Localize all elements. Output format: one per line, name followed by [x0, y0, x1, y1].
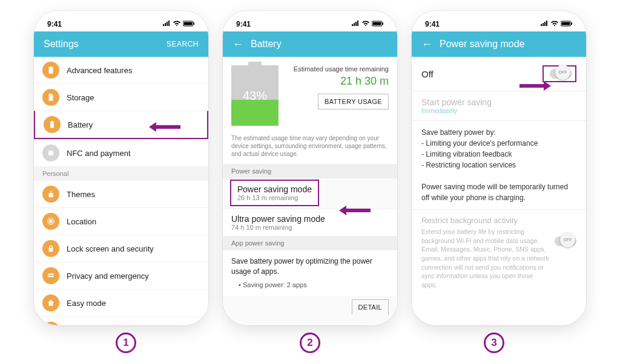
step-badges: 1 2 3 [0, 333, 620, 353]
save-header: Save battery power by: [421, 127, 576, 138]
back-button[interactable]: ← [232, 38, 243, 51]
off-label: Off [421, 69, 542, 79]
phone-settings: 9:41 Settings SEARCH Advanced features S… [34, 11, 208, 325]
svg-rect-2 [194, 22, 195, 25]
step-1-badge: 1 [116, 333, 136, 353]
row-label: Location [67, 217, 96, 226]
status-right [540, 20, 573, 28]
lock-icon [42, 240, 59, 257]
bullet-location: - Restricting location services [421, 160, 576, 171]
svg-rect-11 [383, 22, 384, 25]
section-app-power: App power saving [223, 236, 397, 250]
themes-icon [42, 186, 59, 203]
mode-subtitle: 74 h 10 m remaining [231, 224, 389, 231]
row-label: Lock screen and security [67, 244, 154, 253]
advanced-icon [42, 62, 59, 79]
back-button[interactable]: ← [421, 38, 432, 51]
app-bar: ← Power saving mode [412, 31, 586, 57]
signal-icon [351, 20, 360, 28]
restrict-background-item[interactable]: Restrict background activity Extend your… [412, 210, 586, 296]
svg-rect-10 [373, 22, 381, 25]
settings-item-accounts[interactable]: Accounts [34, 316, 208, 325]
svg-point-5 [49, 219, 53, 223]
row-label: Storage [67, 93, 94, 102]
battery-graphic: 43% [231, 65, 279, 126]
battery-summary: 43% Estimated usage time remaining 21 h … [223, 57, 397, 134]
psm-master-toggle-row: Off [412, 57, 586, 91]
signal-icon [162, 20, 171, 28]
battery-icon [561, 20, 573, 28]
battery-note: The estimated usage time may vary depend… [223, 134, 397, 164]
app-bar: ← Battery [223, 31, 397, 57]
search-button[interactable]: SEARCH [167, 40, 199, 48]
battery-content: 43% Estimated usage time remaining 21 h … [223, 57, 397, 325]
step-3-badge: 3 [484, 333, 504, 353]
status-time: 9:41 [236, 20, 251, 28]
settings-list: Advanced features Storage Battery NFC an… [34, 57, 208, 325]
status-time: 9:41 [47, 20, 62, 28]
phone-row: 9:41 Settings SEARCH Advanced features S… [0, 0, 620, 325]
master-toggle[interactable] [550, 69, 572, 79]
notch [81, 11, 161, 27]
mode-title: Ultra power saving mode [231, 214, 389, 224]
restrict-desc: Extend your battery life by restricting … [421, 227, 550, 290]
bullet-vibration: - Limiting vibration feedback [421, 149, 576, 160]
svg-rect-4 [48, 151, 53, 155]
power-saving-mode-item[interactable]: Power saving mode 26 h 13 m remaining [230, 180, 319, 206]
row-label: Battery [68, 120, 93, 129]
signal-icon [540, 20, 549, 28]
row-label: Advanced features [67, 66, 132, 75]
app-save-text: Save battery power by optimizing the pow… [231, 256, 389, 277]
ultra-power-saving-item[interactable]: Ultra power saving mode 74 h 10 m remain… [223, 209, 397, 236]
wifi-icon [173, 20, 181, 28]
toggle-highlight [542, 65, 576, 82]
settings-item-advanced[interactable]: Advanced features [34, 57, 208, 83]
svg-rect-14 [572, 22, 573, 25]
section-personal: Personal [34, 166, 208, 181]
bullet-performance: - Limiting your device's performance [421, 138, 576, 149]
wifi-icon [361, 20, 370, 28]
estimate-label: Estimated usage time remaining [288, 65, 389, 73]
svg-rect-3 [49, 67, 53, 74]
start-power-saving-item[interactable]: Start power saving Immediately [412, 91, 586, 120]
notch [270, 11, 350, 27]
start-label: Start power saving [421, 97, 576, 107]
settings-item-storage[interactable]: Storage [34, 83, 208, 111]
status-right [162, 20, 195, 28]
nfc-icon [42, 145, 59, 161]
battery-row-icon [44, 116, 61, 133]
row-label: Privacy and emergency [67, 271, 149, 281]
appbar-title: Battery [251, 39, 388, 50]
svg-rect-13 [562, 22, 570, 25]
row-label: Easy mode [67, 299, 106, 308]
settings-item-battery[interactable]: Battery [34, 111, 208, 139]
settings-item-location[interactable]: Location [34, 207, 208, 235]
detail-button[interactable]: DETAIL [352, 299, 389, 314]
status-time: 9:41 [425, 20, 440, 28]
settings-item-themes[interactable]: Themes [34, 181, 208, 207]
saving-apps-text: • Saving power: 2 apps [231, 281, 389, 290]
app-power-saving: Save battery power by optimizing the pow… [223, 250, 397, 296]
charging-note: Power saving mode will be temporarily tu… [421, 181, 576, 203]
settings-item-nfc[interactable]: NFC and payment [34, 139, 208, 166]
section-power-saving: Power saving [223, 164, 397, 178]
settings-item-privacy[interactable]: Privacy and emergency [34, 262, 208, 289]
mode-subtitle: 26 h 13 m remaining [237, 194, 312, 201]
start-sub: Immediately [421, 107, 576, 114]
restrict-toggle[interactable] [555, 236, 576, 246]
settings-item-easymode[interactable]: Easy mode [34, 289, 208, 316]
psm-description: Save battery power by: - Limiting your d… [412, 121, 586, 209]
status-right [351, 20, 384, 28]
detail-button-row: DETAIL [223, 296, 397, 314]
row-label: NFC and payment [67, 149, 131, 158]
phone-power-saving-mode: 9:41 ← Power saving mode Off Start power… [412, 11, 586, 325]
accounts-icon [42, 322, 59, 325]
settings-item-lockscreen[interactable]: Lock screen and security [34, 235, 208, 262]
home-icon [42, 294, 59, 311]
battery-usage-button[interactable]: BATTERY USAGE [318, 94, 389, 109]
app-bar: Settings SEARCH [34, 31, 208, 57]
row-label: Themes [67, 190, 95, 199]
estimate-time: 21 h 30 m [288, 75, 389, 88]
mode-title: Power saving mode [237, 184, 312, 194]
location-icon [42, 213, 59, 230]
